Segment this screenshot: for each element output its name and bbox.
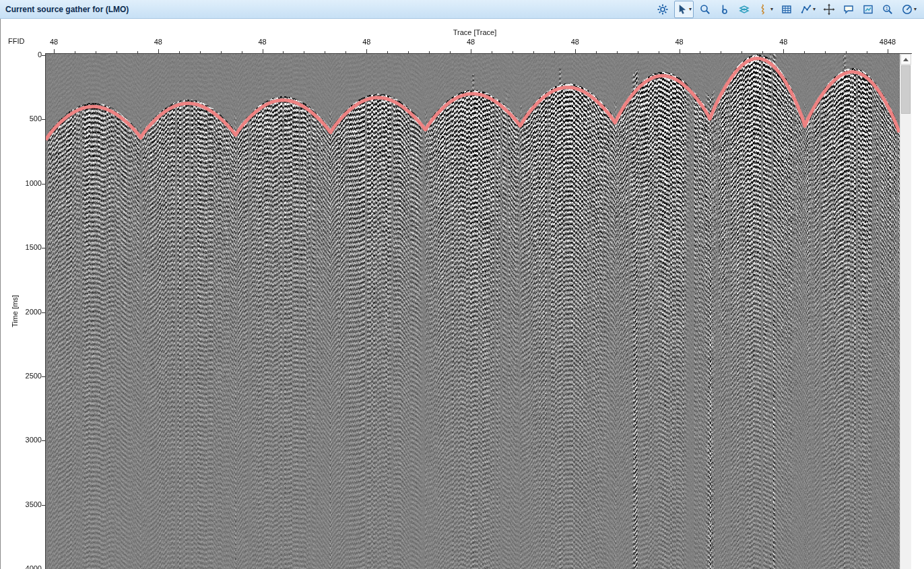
snapshot-button[interactable] bbox=[860, 1, 876, 18]
dropdown-arrow-icon[interactable]: ▾ bbox=[813, 7, 816, 12]
wiggle-display-icon bbox=[758, 3, 770, 15]
svg-text:1: 1 bbox=[886, 6, 888, 11]
top-tick-label: 48 bbox=[571, 38, 579, 46]
window-title: Current source gather for (LMO) bbox=[0, 5, 129, 14]
top-tick-label: 4848 bbox=[880, 38, 896, 46]
spreadsheet-button[interactable] bbox=[779, 1, 795, 18]
dropdown-arrow-icon[interactable]: ▾ bbox=[770, 7, 773, 12]
left-axis-title: Time [ms] bbox=[11, 295, 19, 327]
polygon-button[interactable]: ▾ bbox=[798, 1, 818, 18]
layers-icon bbox=[738, 3, 750, 15]
left-tick-label: 2000 bbox=[16, 308, 42, 316]
top-tick-label: 48 bbox=[154, 38, 162, 46]
snapshot-icon bbox=[862, 3, 874, 15]
top-tick-label: 48 bbox=[50, 38, 58, 46]
settings-gear-button[interactable] bbox=[655, 1, 671, 18]
compass-icon bbox=[901, 3, 913, 15]
left-tick-label: 2500 bbox=[16, 372, 42, 380]
left-tick-label: 4000 bbox=[16, 564, 42, 569]
dropdown-arrow-icon[interactable]: ▾ bbox=[689, 7, 692, 12]
arrow-up-icon bbox=[903, 58, 909, 61]
zoom-100-button[interactable]: 1 bbox=[880, 1, 896, 18]
left-tick-label: 3000 bbox=[16, 436, 42, 444]
top-tick-label: 48 bbox=[779, 38, 787, 46]
spreadsheet-icon bbox=[781, 3, 793, 15]
top-tick-label: 48 bbox=[675, 38, 683, 46]
left-tick-label: 3500 bbox=[16, 500, 42, 508]
lasso-icon bbox=[719, 3, 731, 15]
move-crosshair-icon bbox=[823, 3, 835, 15]
left-tick-label: 0 bbox=[16, 51, 42, 59]
settings-gear-icon bbox=[657, 3, 669, 15]
left-tick-label: 1500 bbox=[16, 243, 42, 251]
left-tick-label: 500 bbox=[16, 114, 42, 123]
layers-button[interactable] bbox=[736, 1, 752, 18]
vertical-scrollbar[interactable] bbox=[900, 54, 911, 569]
move-crosshair-button[interactable] bbox=[821, 1, 837, 18]
top-axis-title: Trace [Trace] bbox=[453, 28, 497, 36]
top-tick-label: 48 bbox=[362, 38, 370, 46]
toolbar: ▾▾▾1▾ bbox=[655, 0, 924, 18]
scroll-up-button[interactable] bbox=[900, 54, 911, 65]
lasso-button[interactable] bbox=[717, 1, 733, 18]
polygon-icon bbox=[800, 3, 812, 15]
wiggle-display-button[interactable]: ▾ bbox=[756, 1, 775, 18]
zoom-icon bbox=[699, 3, 711, 15]
top-tick-label: 48 bbox=[467, 38, 475, 46]
scrollbar-thumb[interactable] bbox=[901, 65, 911, 114]
compass-button[interactable]: ▾ bbox=[899, 1, 919, 18]
seismic-display[interactable] bbox=[46, 54, 900, 569]
comment-icon bbox=[843, 3, 855, 15]
zoom-button[interactable] bbox=[697, 1, 713, 18]
select-mode-icon bbox=[676, 3, 688, 15]
app-window: { "window_title": "Current source gather… bbox=[0, 0, 924, 569]
left-tick-label: 1000 bbox=[16, 179, 42, 187]
select-mode-button[interactable]: ▾ bbox=[674, 1, 694, 18]
zoom-100-icon: 1 bbox=[882, 3, 894, 15]
comment-button[interactable] bbox=[840, 1, 857, 18]
dropdown-arrow-icon[interactable]: ▾ bbox=[914, 7, 917, 12]
window-titlebar[interactable]: Current source gather for (LMO) ▾▾▾1▾ bbox=[0, 0, 924, 19]
ffid-label: FFID bbox=[8, 37, 24, 45]
window-left-border bbox=[0, 19, 1, 569]
top-tick-label: 48 bbox=[258, 38, 266, 46]
